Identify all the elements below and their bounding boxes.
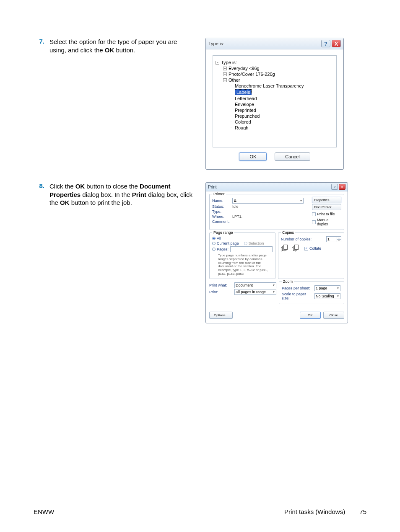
tree-leaf[interactable]: Prepunched [235, 114, 260, 119]
field-label: Print: [209, 290, 234, 294]
printer-group: Printer Name: 🖶▼ Status:Idle Type: Where… [209, 194, 344, 230]
pages-per-sheet-select[interactable]: 1 page▼ [314, 285, 340, 291]
step-number: 7. [34, 38, 44, 170]
tree-connector-icon: ··· [230, 98, 233, 99]
step-text-bold: OK [105, 46, 114, 54]
close-icon[interactable]: X [332, 40, 341, 47]
tree-connector-icon: ··· [230, 103, 233, 105]
status-value: Idle [232, 204, 309, 209]
dialog-titlebar: Print ? X [206, 183, 348, 191]
field-label: Where: [212, 214, 232, 219]
step-text-part: button to close the [85, 183, 140, 190]
field-label: Pages per sheet: [282, 286, 314, 290]
tree-connector-icon: ··· [230, 109, 233, 111]
pages-help-text: Type page numbers and/or page ranges sep… [212, 254, 273, 276]
tree-leaf[interactable]: Letterhead [235, 96, 257, 101]
print-what-select[interactable]: Document▼ [234, 282, 276, 288]
field-label: Print what: [209, 283, 234, 287]
step-text-part: button. [114, 46, 135, 54]
page-footer: ENWW Print tasks (Windows) 75 [34, 508, 366, 515]
pages-radio[interactable]: Pages: [212, 246, 273, 252]
type-is-dialog: Type is: ? X −Type is: +Everyday <96g +P… [205, 38, 344, 170]
help-icon[interactable]: ? [331, 184, 338, 190]
collate-icon [292, 245, 299, 252]
step-text-bold: OK [60, 199, 70, 206]
tree-connector-icon: ··· [230, 115, 233, 117]
copies-group: Copies Number of copies: 1 ▲▼ ✓Colla [278, 232, 344, 279]
step-text: Select the option for the type of paper … [49, 38, 193, 170]
tree-node[interactable]: Other [229, 77, 240, 83]
dialog-title: Type is: [208, 41, 320, 46]
checkbox-label: Manual duplex [317, 218, 341, 226]
tree-node[interactable]: Everyday <96g [229, 66, 260, 71]
collate-icon [281, 245, 288, 252]
step-text-bold: Print [132, 191, 146, 198]
collate-checkbox[interactable]: ✓Collate [304, 246, 321, 251]
print-dialog: Print ? X Printer Name: 🖶▼ Statu [205, 182, 348, 323]
step-text-part: dialog box. In the [81, 191, 132, 198]
tree-connector-icon: ··· [230, 85, 233, 87]
field-label: Type: [212, 209, 232, 214]
select-value: 1 page [316, 286, 327, 290]
step-number: 8. [34, 182, 44, 323]
all-radio[interactable]: All [212, 236, 273, 240]
tree-leaf[interactable]: Envelope [235, 102, 254, 107]
printer-name-select[interactable]: 🖶▼ [232, 198, 304, 204]
where-value: LPT1: [232, 214, 309, 219]
tree-root[interactable]: Type is: [221, 60, 237, 65]
copies-spinner[interactable]: ▲▼ [337, 236, 341, 242]
step-text-part: Click the [49, 183, 75, 190]
manual-duplex-checkbox[interactable]: Manual duplex [312, 218, 341, 226]
close-icon[interactable]: X [339, 184, 345, 190]
collapse-icon[interactable]: − [216, 61, 219, 65]
current-page-radio[interactable] [212, 242, 216, 245]
paper-type-tree: −Type is: +Everyday <96g +Photo/Cover 17… [213, 55, 337, 147]
options-button[interactable]: Options... [209, 312, 233, 319]
select-value: Document [236, 283, 253, 287]
copies-input[interactable]: 1 [326, 236, 337, 242]
ok-button[interactable]: OK [300, 312, 321, 319]
dialog-title: Print [208, 185, 331, 189]
checkbox-label: Print to file [317, 212, 335, 216]
tree-connector-icon: ··· [230, 127, 233, 129]
footer-left: ENWW [34, 508, 54, 515]
expand-icon[interactable]: + [223, 72, 227, 76]
cancel-button[interactable]: Cancel [275, 152, 310, 161]
footer-section: Print tasks (Windows) [284, 508, 345, 515]
step-text-bold: OK [75, 183, 85, 190]
radio-label: Pages: [217, 247, 229, 251]
scale-to-paper-select[interactable]: No Scaling▼ [314, 293, 340, 299]
expand-icon[interactable]: + [223, 67, 227, 70]
selection-radio [244, 242, 247, 245]
collapse-icon[interactable]: − [223, 78, 227, 82]
tree-leaf[interactable]: Colored [235, 119, 251, 124]
radio-label: All [217, 236, 221, 240]
tree-leaf[interactable]: Preprinted [235, 108, 256, 113]
field-label: Status: [212, 204, 232, 209]
field-label: Comment: [212, 220, 232, 224]
properties-button[interactable]: Properties [312, 197, 341, 203]
pages-input[interactable] [230, 246, 273, 252]
dialog-titlebar: Type is: ? X [206, 38, 343, 49]
print-to-file-checkbox[interactable]: Print to file [312, 212, 341, 216]
tree-node[interactable]: Photo/Cover 176-220g [229, 72, 275, 77]
page-number: 75 [359, 508, 366, 515]
zoom-group: Zoom Pages per sheet: 1 page▼ Scale to p… [279, 281, 344, 304]
close-button[interactable]: Close [323, 312, 344, 319]
group-legend: Zoom [282, 279, 294, 284]
field-label: Number of copies: [281, 237, 326, 241]
checkbox-label: Collate [309, 246, 321, 251]
find-printer-button[interactable]: Find Printer... [312, 204, 341, 210]
ok-button[interactable]: OK [239, 152, 267, 161]
group-legend: Printer [212, 192, 226, 196]
group-legend: Page range [212, 230, 234, 235]
field-label: Name: [212, 199, 232, 203]
print-range-select[interactable]: All pages in range▼ [234, 289, 276, 295]
tree-leaf[interactable]: Rough [235, 125, 248, 130]
step-text: Click the OK button to close the Documen… [49, 182, 193, 323]
help-icon[interactable]: ? [321, 40, 330, 47]
radio-label: Selection [249, 241, 264, 245]
step-text-part: button to print the job. [70, 199, 132, 206]
tree-leaf[interactable]: Monochrome Laser Transparency [235, 83, 304, 88]
tree-leaf-selected[interactable]: Labels [235, 89, 252, 95]
